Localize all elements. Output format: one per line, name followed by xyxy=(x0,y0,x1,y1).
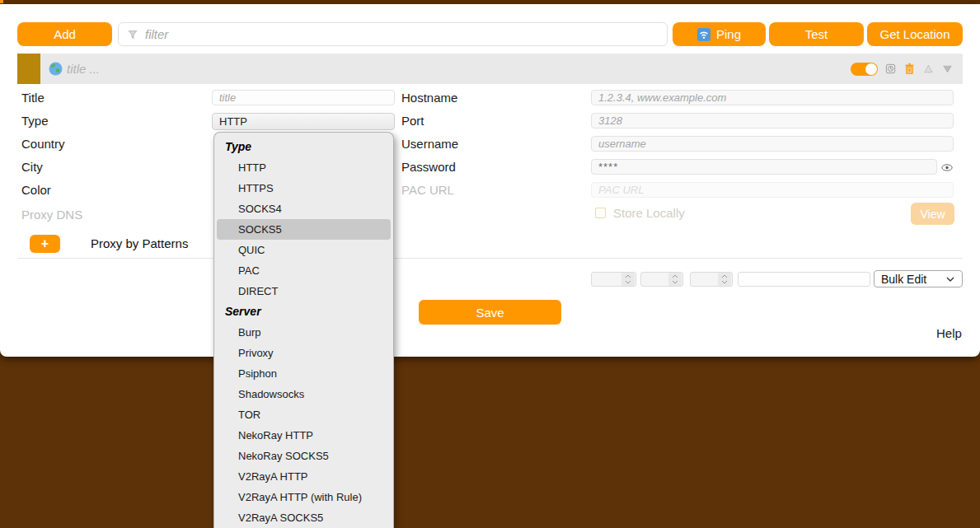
number-stepper-2 xyxy=(640,272,683,287)
color-label: Color xyxy=(21,183,51,197)
duplicate-icon[interactable] xyxy=(884,63,897,75)
dropdown-option-burp[interactable]: Burp xyxy=(214,322,393,343)
password-label: Password xyxy=(401,160,456,174)
get-location-button[interactable]: Get Location xyxy=(867,22,963,46)
globe-icon xyxy=(49,62,63,76)
dropdown-option-https[interactable]: HTTPS xyxy=(214,178,393,199)
add-button[interactable]: Add xyxy=(17,22,112,46)
dropdown-option-quic[interactable]: QUIC xyxy=(214,240,393,260)
dropdown-group-server: Server xyxy=(214,301,393,322)
hostname-input[interactable] xyxy=(591,90,954,105)
dropdown-option-nekoray-socks5[interactable]: NekoRay SOCKS5 xyxy=(214,446,393,466)
trash-icon[interactable] xyxy=(903,63,916,75)
spinner-icon xyxy=(718,273,731,286)
spinner-icon xyxy=(621,273,635,286)
password-input[interactable] xyxy=(591,159,937,175)
ping-button[interactable]: Ping xyxy=(673,22,766,46)
filter-input[interactable] xyxy=(145,27,640,41)
dropdown-option-tor[interactable]: TOR xyxy=(214,404,393,425)
toggle-knob xyxy=(865,63,877,75)
store-locally-checkbox xyxy=(595,208,606,218)
dropdown-option-privoxy[interactable]: Privoxy xyxy=(214,343,393,363)
proxy-header-controls xyxy=(851,54,954,84)
title-input[interactable] xyxy=(212,90,395,105)
port-label: Port xyxy=(401,114,424,128)
view-button: View xyxy=(911,203,954,225)
proxy-by-patterns-label: Proxy by Patterns xyxy=(91,236,188,250)
number-stepper-1 xyxy=(591,272,636,287)
bulk-edit-label: Bulk Edit xyxy=(881,273,926,286)
help-link[interactable]: Help xyxy=(936,326,962,340)
dropdown-option-http[interactable]: HTTP xyxy=(214,157,393,178)
proxy-header-bar xyxy=(17,54,963,84)
dropdown-option-nekoray-http[interactable]: NekoRay HTTP xyxy=(214,425,393,446)
dropdown-option-v2raya-http-rule[interactable]: V2RayA HTTP (with Rule) xyxy=(214,487,393,507)
city-label: City xyxy=(21,160,43,174)
proxy-title-input[interactable] xyxy=(67,54,331,84)
proxy-dns-label: Proxy DNS xyxy=(21,208,82,222)
username-label: Username xyxy=(401,137,458,151)
dropdown-option-shadowsocks[interactable]: Shadowsocks xyxy=(214,384,393,404)
pac-url-input xyxy=(591,182,954,198)
dropdown-option-psiphon[interactable]: Psiphon xyxy=(214,363,393,384)
username-input[interactable] xyxy=(591,136,954,152)
add-pattern-button[interactable]: + xyxy=(30,235,60,253)
foxyproxy-options-page: Add Ping Test Get Location xyxy=(0,0,980,528)
country-label: Country xyxy=(21,137,65,151)
type-label: Type xyxy=(21,114,49,128)
port-input[interactable] xyxy=(591,113,954,128)
type-select[interactable]: HTTP xyxy=(212,113,395,130)
spinner-icon xyxy=(668,273,682,286)
dropdown-option-direct[interactable]: DIRECT xyxy=(214,281,393,301)
bulk-value-input[interactable] xyxy=(738,272,870,287)
dropdown-option-v2raya-http[interactable]: V2RayA HTTP xyxy=(214,466,393,487)
wifi-icon xyxy=(697,28,710,41)
ping-label: Ping xyxy=(716,27,741,41)
test-button[interactable]: Test xyxy=(769,22,864,46)
main-panel: Add Ping Test Get Location xyxy=(0,4,980,357)
hostname-label: Hostname xyxy=(401,91,457,105)
funnel-icon xyxy=(127,29,138,40)
store-locally-label: Store Locally xyxy=(613,206,685,220)
dropdown-option-v2raya-socks5[interactable]: V2RayA SOCKS5 xyxy=(214,507,393,528)
proxy-color-swatch xyxy=(17,54,40,84)
number-stepper-3 xyxy=(690,272,733,287)
filter-box xyxy=(118,22,668,46)
top-corner-accent xyxy=(0,0,3,3)
bulk-edit-select[interactable]: Bulk Edit xyxy=(874,270,963,287)
eye-icon[interactable] xyxy=(941,164,953,171)
save-button[interactable]: Save xyxy=(419,300,561,325)
move-down-icon[interactable] xyxy=(941,63,954,75)
dropdown-option-socks4[interactable]: SOCKS4 xyxy=(214,199,393,219)
enable-toggle[interactable] xyxy=(851,63,878,76)
dropdown-option-socks5[interactable]: SOCKS5 xyxy=(217,219,391,240)
move-up-icon[interactable] xyxy=(922,63,935,75)
chevron-down-icon xyxy=(945,276,955,283)
type-dropdown-menu: Type HTTP HTTPS SOCKS4 SOCKS5 QUIC PAC D… xyxy=(213,132,394,528)
dropdown-group-type: Type xyxy=(214,137,393,157)
proxy-by-patterns-row: + Proxy by Patterns xyxy=(17,229,963,259)
dropdown-option-pac[interactable]: PAC xyxy=(214,260,393,281)
pac-url-label: PAC URL xyxy=(401,183,454,197)
title-label: Title xyxy=(21,91,45,105)
